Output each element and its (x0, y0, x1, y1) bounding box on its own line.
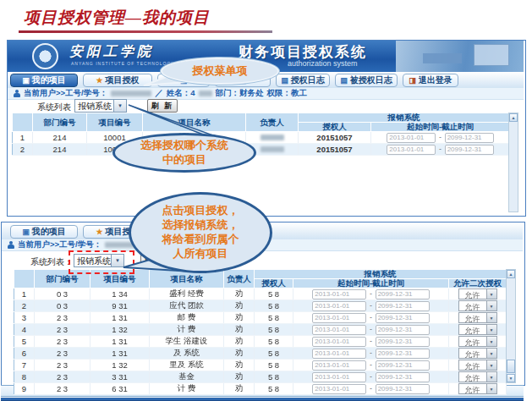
menu-item-authorized-log[interactable]: ▤ 被授权日志 (335, 74, 398, 87)
date-start-input[interactable] (387, 145, 436, 155)
menu-item-my-projects[interactable]: ▣ 我的项目 (10, 74, 78, 87)
cell-row-no: 7 (14, 360, 35, 371)
date-start-input[interactable] (312, 313, 366, 323)
cell-dept: 2 3 (35, 360, 90, 371)
date-start-input[interactable] (312, 337, 366, 347)
scroll-up-icon[interactable]: ▲ (509, 113, 518, 122)
date-end-input[interactable] (376, 337, 430, 347)
allow-secondary-select[interactable]: 允许 ▼ (458, 383, 497, 394)
date-start-input[interactable] (312, 349, 366, 359)
allow-secondary-select[interactable]: 允许 ▼ (458, 336, 497, 347)
date-separator: - (369, 360, 373, 369)
menu-item-project-auth[interactable]: ★ 项目授权 (83, 74, 152, 87)
user-icon (13, 90, 20, 98)
menu-item-auth-log[interactable]: ▤ 授权日志 (276, 74, 330, 87)
date-start-input[interactable] (312, 360, 366, 371)
menu-item-logout[interactable]: ◨ 退出登录 (403, 74, 458, 87)
cell-row-no: 4 (14, 324, 35, 336)
scrollbar-bottom[interactable]: ▲ ▼ (506, 269, 516, 383)
document-icon: ▤ (340, 77, 348, 85)
title-underline (19, 30, 272, 33)
header-proj: 项目编号 (87, 113, 143, 132)
refresh-button[interactable]: 刷 新 (147, 99, 178, 113)
header-auth: 授权人 (299, 123, 371, 132)
scroll-down-icon[interactable]: ▼ (507, 374, 515, 382)
window-icon: ▣ (22, 228, 30, 236)
header-auth: 授权人 (255, 279, 293, 288)
chevron-down-icon[interactable]: ▼ (486, 360, 496, 370)
date-start-input[interactable] (312, 301, 366, 311)
system-list-label: 系统列表： (37, 102, 80, 113)
cell-dates: - (293, 324, 449, 336)
chevron-down-icon[interactable]: ▼ (486, 349, 496, 358)
date-end-input[interactable] (376, 289, 430, 299)
scrollbar-thumb[interactable] (507, 360, 515, 373)
cell-dept: 2 3 (35, 371, 90, 383)
allow-secondary-select[interactable]: 允许 ▼ (458, 300, 497, 311)
system-list-select[interactable]: 报销系统 ▼ (74, 99, 127, 113)
allow-secondary-select[interactable]: 允许 ▼ (458, 360, 497, 371)
date-end-input[interactable] (445, 133, 494, 143)
date-end-input[interactable] (376, 372, 430, 382)
cell-allow: 允许 ▼ (449, 336, 507, 348)
logout-icon: ◨ (409, 77, 416, 85)
cell-dates: - (293, 348, 449, 360)
chevron-down-icon[interactable]: ▼ (486, 337, 496, 346)
chevron-down-icon[interactable]: ▼ (486, 372, 496, 382)
user-id-redacted (111, 91, 151, 96)
date-start-input[interactable] (387, 133, 436, 143)
date-end-input[interactable] (376, 325, 430, 335)
date-start-input[interactable] (312, 325, 366, 335)
cell-name: 计 费 (150, 383, 224, 395)
date-end-input[interactable] (376, 360, 430, 371)
date-end-input[interactable] (376, 384, 430, 394)
allow-secondary-select[interactable]: 允许 ▼ (458, 348, 497, 359)
cell-resp: 劝 (224, 360, 255, 371)
chevron-down-icon[interactable]: ▼ (486, 301, 496, 310)
allow-secondary-select[interactable]: 允许 ▼ (458, 324, 497, 335)
date-start-input[interactable] (312, 372, 366, 382)
red-highlight-box (69, 250, 134, 274)
date-start-input[interactable] (312, 289, 366, 299)
allow-secondary-select[interactable]: 允许 ▼ (458, 288, 497, 299)
cell-proj: 6 31 (90, 383, 150, 395)
callout-text: 选择授权哪个系统 (140, 139, 228, 153)
allow-secondary-select[interactable]: 允许 ▼ (458, 312, 497, 323)
cell-resp: 劝 (224, 336, 255, 348)
date-end-input[interactable] (445, 145, 494, 155)
date-separator: - (369, 289, 373, 298)
header-allow: 允许二次授权 (449, 279, 507, 288)
cell-dept: 214 (33, 144, 87, 156)
page: 项目授权管理—我的项目 安阳工学院 ANYANG INSTITUTE OF TE… (0, 0, 532, 401)
date-end-input[interactable] (376, 349, 430, 359)
cell-auth: 20151057 (299, 144, 371, 156)
chevron-down-icon[interactable]: ▼ (486, 313, 496, 322)
header-group-system: 报销系统 (255, 270, 507, 279)
allow-value: 允许 (459, 337, 486, 346)
chevron-down-icon[interactable]: ▼ (486, 325, 496, 334)
date-end-input[interactable] (376, 301, 430, 311)
cell-name: 基金 (150, 371, 224, 383)
table-row: 1 0 3 1 34 盛利 经费 劝 5 8 - 允许 ▼ (14, 288, 507, 300)
cell-name: 学生 浴建设 (150, 336, 224, 348)
chevron-down-icon[interactable]: ▼ (486, 289, 496, 299)
scrollbar-top[interactable]: ▲ (508, 113, 518, 212)
chevron-down-icon[interactable]: ▼ (113, 100, 126, 112)
table-row: 2 0 3 9 31 应代 团款 劝 5 8 - 允许 ▼ (14, 300, 507, 312)
menu-label: 被授权日志 (350, 74, 392, 86)
table-row: 3 2 3 1 31 邮 费 劝 5 8 - 允许 ▼ (14, 312, 507, 324)
cell-resp: 劝 (224, 300, 255, 312)
table-row: 4 2 3 1 32 计 费 劝 5 8 - 允许 ▼ (14, 324, 507, 336)
cell-allow: 允许 ▼ (449, 312, 507, 324)
menu-label: 我的项目 (32, 74, 66, 86)
date-end-input[interactable] (376, 313, 430, 323)
cell-dept: 214 (33, 132, 87, 144)
menu-item-my-projects-2[interactable]: ▣ 我的项目 (10, 225, 78, 239)
cell-resp: 劝 (224, 348, 255, 360)
table-row: 1 214 10001 部门经费 20151057 - (13, 132, 510, 144)
date-start-input[interactable] (312, 384, 366, 394)
scroll-up-icon[interactable]: ▲ (507, 270, 515, 278)
chevron-down-icon[interactable]: ▼ (486, 384, 496, 393)
institution-logo-icon (32, 43, 58, 69)
allow-secondary-select[interactable]: 允许 ▼ (458, 371, 497, 382)
